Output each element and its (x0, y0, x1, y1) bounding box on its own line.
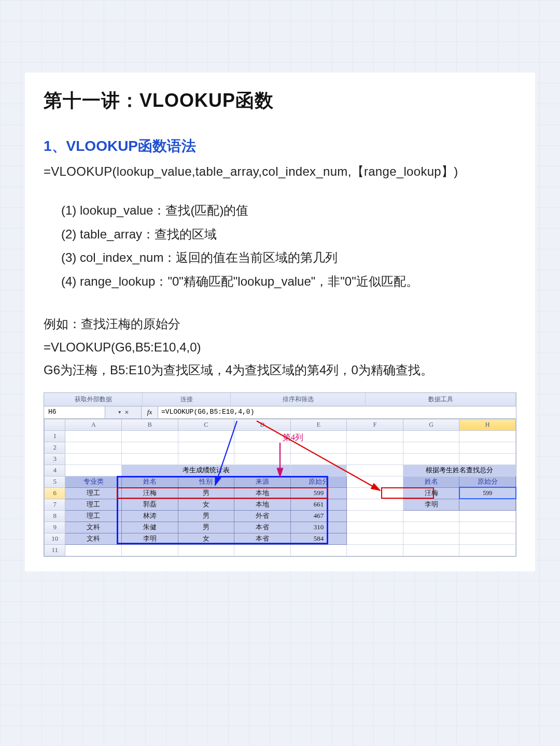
formula-bar-buttons[interactable]: ▾ ✕ (105, 406, 142, 418)
row-8[interactable]: 8 (45, 510, 65, 522)
syntax-line: =VLOOKUP(lookup_value,table_array,col_in… (44, 163, 516, 180)
t1-r1-B: 郭磊 (122, 499, 178, 510)
t1-r4-E: 584 (290, 533, 347, 544)
col-D[interactable]: D (234, 419, 291, 430)
param-1: (1) lookup_value：查找(匹配)的值 (61, 199, 516, 222)
col-E[interactable]: E (290, 419, 347, 430)
row-7[interactable]: 7 (45, 499, 65, 510)
row-2[interactable]: 2 (45, 442, 65, 453)
col-G[interactable]: G (403, 419, 459, 430)
example-l3: G6为汪梅，B5:E10为查找区域，4为查找区域的第4列，0为精确查找。 (44, 359, 516, 382)
t1-r1-C: 女 (178, 499, 234, 510)
t2-h0: 姓名 (403, 476, 459, 487)
t1-h1: 姓名 (122, 476, 178, 487)
ribbon-grp-1: 获取外部数据 (44, 393, 143, 406)
t1-r0-D: 本地 (234, 487, 291, 499)
fx-button-glyph: ✕ (125, 408, 129, 416)
row-9[interactable]: 9 (45, 522, 65, 533)
t1-r4-D: 本省 (234, 533, 291, 544)
param-4: (4) range_lookup："0"精确匹配"lookup_value"，非… (61, 270, 516, 293)
t1-r3-B: 朱健 (122, 522, 178, 533)
example-l1: 例如：查找汪梅的原始分 (44, 313, 516, 335)
row-5[interactable]: 5 (45, 476, 65, 487)
col-A[interactable]: A (65, 419, 122, 430)
ribbon-grp-3: 排序和筛选 (231, 393, 366, 406)
t1-r4-A: 文科 (65, 533, 122, 544)
table2-title: 根据考生姓名查找总分 (403, 465, 515, 476)
t2-r1-G: 李明 (403, 499, 459, 510)
t1-r2-B: 林涛 (122, 510, 178, 522)
row-11[interactable]: 11 (45, 544, 65, 556)
param-2: (2) table_array：查找的区域 (61, 222, 516, 246)
result-cell-H6[interactable]: 599 (459, 487, 516, 499)
t1-r0-E: 599 (290, 487, 347, 499)
t2-r1-H (459, 499, 516, 510)
t1-h4: 原始分 (290, 476, 347, 487)
ribbon-row: 获取外部数据 连接 排序和筛选 数据工具 (44, 393, 516, 406)
example-block: 例如：查找汪梅的原始分 =VLOOKUP(G6,B5:E10,4,0) G6为汪… (44, 313, 516, 382)
t1-h2: 性别 (178, 476, 234, 487)
t1-r3-E: 310 (290, 522, 347, 533)
name-box[interactable]: H6 (44, 406, 105, 418)
t1-r2-C: 男 (178, 510, 234, 522)
page-title: 第十一讲：VLOOKUP函数 (44, 88, 516, 114)
fx-label[interactable]: fx (142, 406, 158, 418)
t1-r1-E: 661 (290, 499, 347, 510)
t1-h3: 来源 (234, 476, 291, 487)
t2-r0-G: 汪梅 (403, 487, 459, 499)
col-H[interactable]: H (459, 419, 516, 430)
param-3: (3) col_index_num：返回的值在当前区域的第几列 (61, 246, 516, 270)
t1-r2-A: 理工 (65, 510, 122, 522)
example-l2: =VLOOKUP(G6,B5:E10,4,0) (44, 336, 516, 359)
t1-r1-A: 理工 (65, 499, 122, 510)
row-1[interactable]: 1 (45, 430, 65, 442)
t1-h0: 专业类 (65, 476, 122, 487)
spreadsheet[interactable]: A B C D E F G H 1 2 3 (44, 419, 516, 556)
col-C[interactable]: C (178, 419, 234, 430)
document-card: 第十一讲：VLOOKUP函数 1、VLOOKUP函数语法 =VLOOKUP(lo… (25, 73, 535, 571)
formula-bar: H6 ▾ ✕ fx =VLOOKUP(G6,B5:E10,4,0) (44, 406, 516, 419)
annotation-col4: 第4列 (283, 432, 303, 443)
t1-r4-B: 李明 (122, 533, 178, 544)
col-F[interactable]: F (347, 419, 403, 430)
corner-cell[interactable] (45, 419, 65, 430)
t1-r3-D: 本省 (234, 522, 291, 533)
ribbon-grp-2: 连接 (143, 393, 231, 406)
section-heading-1: 1、VLOOKUP函数语法 (44, 136, 516, 156)
formula-input[interactable]: =VLOOKUP(G6,B5:E10,4,0) (158, 406, 516, 418)
row-6[interactable]: 6 (45, 487, 65, 499)
t1-r2-E: 467 (290, 510, 347, 522)
excel-screenshot: 获取外部数据 连接 排序和筛选 数据工具 H6 ▾ ✕ fx =VLOOKUP(… (44, 392, 516, 557)
param-list: (1) lookup_value：查找(匹配)的值 (2) table_arra… (44, 199, 516, 293)
t2-h1: 原始分 (459, 476, 516, 487)
table1-title: 考生成绩统计表 (122, 465, 291, 476)
t1-r3-C: 男 (178, 522, 234, 533)
t1-r4-C: 女 (178, 533, 234, 544)
col-header-row: A B C D E F G H (45, 419, 516, 430)
t1-r0-B: 汪梅 (122, 487, 178, 499)
row-3[interactable]: 3 (45, 453, 65, 465)
row-4[interactable]: 4 (45, 465, 65, 476)
ribbon-grp-4: 数据工具 (366, 393, 516, 406)
t1-r1-D: 本地 (234, 499, 291, 510)
t1-r0-C: 男 (178, 487, 234, 499)
sheet-area: A B C D E F G H 1 2 3 (44, 419, 516, 556)
t1-r3-A: 文科 (65, 522, 122, 533)
dropdown-icon: ▾ (118, 408, 122, 416)
row-10[interactable]: 10 (45, 533, 65, 544)
col-B[interactable]: B (122, 419, 178, 430)
t1-r0-A: 理工 (65, 487, 122, 499)
t1-r2-D: 外省 (234, 510, 291, 522)
